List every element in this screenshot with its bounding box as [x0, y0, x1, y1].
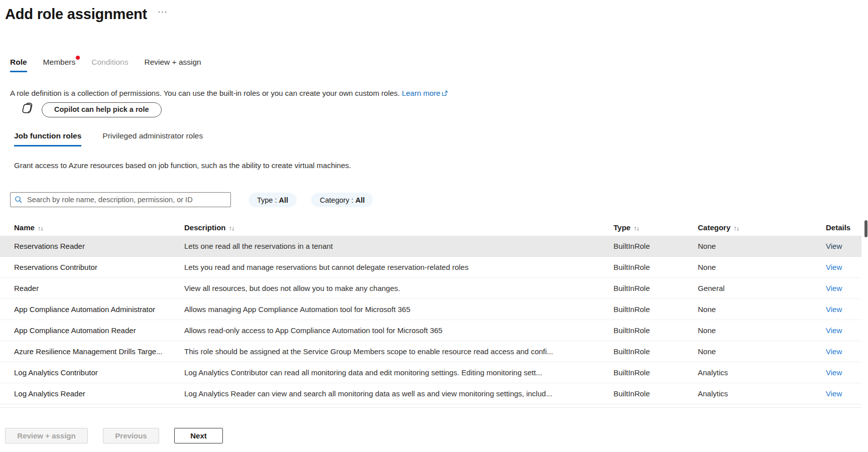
- sort-icon[interactable]: ↑↓: [229, 224, 234, 232]
- table-row[interactable]: Reservations Contributor Lets you read a…: [0, 257, 861, 278]
- tab-review-assign[interactable]: Review + assign: [144, 58, 201, 72]
- members-alert-dot: [76, 56, 80, 60]
- role-type: BuiltInRole: [613, 263, 698, 271]
- role-type: BuiltInRole: [613, 305, 698, 314]
- role-type: BuiltInRole: [613, 368, 698, 377]
- table-row[interactable]: Reservations Reader Lets one read all th…: [0, 236, 861, 257]
- copilot-suggestion-row: Copilot can help pick a role: [21, 102, 162, 117]
- table-row[interactable]: App Compliance Automation Reader Allows …: [0, 320, 861, 341]
- tab-review-assign-label: Review + assign: [144, 58, 201, 66]
- filter-type-value: All: [279, 196, 289, 204]
- filter-category-separator: :: [349, 196, 355, 204]
- previous-button[interactable]: Previous: [103, 428, 159, 443]
- view-details-link[interactable]: View: [826, 389, 842, 398]
- role-type: BuiltInRole: [613, 284, 698, 292]
- intro-text: A role definition is a collection of per…: [10, 89, 400, 97]
- column-header-name[interactable]: Name↑↓: [14, 223, 184, 232]
- tab-privileged-administrator-roles-label: Privileged administrator roles: [102, 131, 203, 140]
- role-category: None: [698, 242, 826, 250]
- view-details-link[interactable]: View: [826, 284, 842, 292]
- role-category: None: [698, 305, 826, 314]
- role-category: None: [698, 347, 826, 356]
- table-header: Name↑↓ Description↑↓ Type↑↓ Category↑↓ D…: [0, 219, 861, 236]
- copilot-icon: [21, 102, 35, 117]
- role-type: BuiltInRole: [613, 326, 698, 335]
- roles-table: Reservations Reader Lets one read all th…: [0, 236, 861, 404]
- role-description: Lets one read all the reservations in a …: [184, 242, 613, 250]
- column-header-details: Details: [826, 223, 861, 232]
- role-name: Log Analytics Reader: [14, 389, 184, 398]
- table-row[interactable]: Reader View all resources, but does not …: [0, 278, 861, 299]
- external-link-icon: [442, 89, 448, 98]
- table-row[interactable]: Azure Resilience Management Drills Targe…: [0, 341, 861, 362]
- filter-category-label: Category: [320, 196, 349, 204]
- sort-icon[interactable]: ↑↓: [38, 224, 43, 232]
- tab-privileged-administrator-roles[interactable]: Privileged administrator roles: [102, 131, 203, 146]
- more-options-icon[interactable]: ···: [158, 7, 168, 17]
- role-name: App Compliance Automation Reader: [14, 326, 184, 335]
- role-name: Log Analytics Contributor: [14, 368, 184, 377]
- grant-access-description: Grant access to Azure resources based on…: [14, 161, 351, 170]
- filter-type-separator: :: [273, 196, 279, 204]
- scrollbar-thumb[interactable]: [864, 220, 867, 237]
- view-details-link[interactable]: View: [826, 347, 842, 356]
- table-row[interactable]: Log Analytics Contributor Log Analytics …: [0, 362, 861, 383]
- tab-role[interactable]: Role: [10, 58, 27, 72]
- page-title: Add role assignment: [5, 6, 147, 23]
- role-category: Analytics: [698, 368, 826, 377]
- filter-type[interactable]: Type : All: [249, 193, 297, 207]
- copilot-pick-role-button[interactable]: Copilot can help pick a role: [42, 102, 162, 117]
- role-description: Allows read-only access to App Complianc…: [184, 326, 613, 335]
- column-header-description[interactable]: Description↑↓: [184, 223, 613, 232]
- filter-category-value: All: [355, 196, 365, 204]
- column-header-category[interactable]: Category↑↓: [698, 223, 826, 232]
- review-assign-button[interactable]: Review + assign: [5, 428, 88, 443]
- scrollbar[interactable]: [864, 219, 868, 407]
- role-category: None: [698, 326, 826, 335]
- role-type: BuiltInRole: [613, 347, 698, 356]
- sort-icon[interactable]: ↑↓: [733, 224, 739, 232]
- filter-category[interactable]: Category : All: [311, 193, 373, 207]
- role-definition-intro: A role definition is a collection of per…: [10, 89, 448, 98]
- view-details-link[interactable]: View: [826, 242, 842, 250]
- role-name: Reservations Contributor: [14, 263, 184, 271]
- role-type: BuiltInRole: [613, 389, 698, 398]
- role-name: App Compliance Automation Administrator: [14, 305, 184, 314]
- role-name: Reader: [14, 284, 184, 292]
- role-description: View all resources, but does not allow y…: [184, 284, 613, 292]
- role-search: [10, 192, 231, 207]
- tab-job-function-roles-label: Job function roles: [14, 131, 81, 140]
- table-bottom-divider: [0, 407, 861, 408]
- tab-job-function-roles[interactable]: Job function roles: [14, 131, 81, 146]
- view-details-link[interactable]: View: [826, 368, 842, 377]
- search-icon: [15, 196, 23, 206]
- add-role-assignment-page: Add role assignment ··· Role Members Con…: [0, 0, 868, 452]
- role-description: This role should be assigned at the Serv…: [184, 347, 613, 356]
- role-description: Log Analytics Contributor can read all m…: [184, 368, 613, 377]
- tab-members[interactable]: Members: [43, 58, 76, 72]
- tab-conditions-label: Conditions: [91, 58, 128, 66]
- role-category: Analytics: [698, 389, 826, 398]
- role-category: None: [698, 263, 826, 271]
- wizard-footer: Review + assign Previous Next: [5, 428, 223, 443]
- column-header-type[interactable]: Type↑↓: [613, 223, 698, 232]
- view-details-link[interactable]: View: [826, 263, 842, 271]
- search-input[interactable]: [10, 192, 231, 207]
- role-type: BuiltInRole: [613, 242, 698, 250]
- next-button[interactable]: Next: [174, 428, 223, 443]
- role-name: Azure Resilience Management Drills Targe…: [14, 347, 184, 356]
- role-description: Log Analytics Reader can view and search…: [184, 389, 613, 398]
- role-category: General: [698, 284, 826, 292]
- table-row[interactable]: App Compliance Automation Administrator …: [0, 299, 861, 320]
- view-details-link[interactable]: View: [826, 326, 842, 335]
- table-row[interactable]: Log Analytics Reader Log Analytics Reade…: [0, 383, 861, 404]
- role-description: Allows managing App Compliance Automatio…: [184, 305, 613, 314]
- tab-role-label: Role: [10, 58, 27, 66]
- view-details-link[interactable]: View: [826, 305, 842, 314]
- role-description: Lets you read and manage reservations bu…: [184, 263, 613, 271]
- wizard-tabs: Role Members Conditions Review + assign: [10, 58, 201, 72]
- role-name: Reservations Reader: [14, 242, 184, 250]
- sort-icon[interactable]: ↑↓: [634, 224, 639, 232]
- role-type-tabs: Job function roles Privileged administra…: [14, 131, 203, 146]
- learn-more-link[interactable]: Learn more: [402, 89, 440, 97]
